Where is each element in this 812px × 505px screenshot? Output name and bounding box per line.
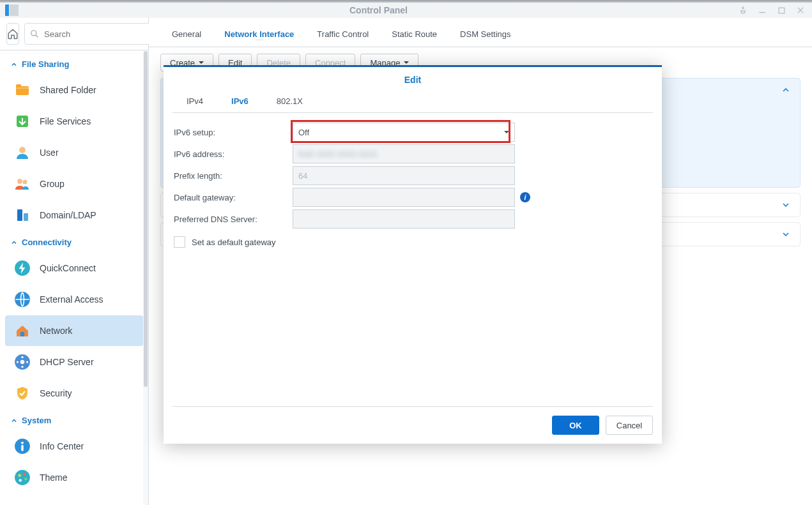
sidebar-item-group[interactable]: Group — [5, 169, 143, 199]
home-button[interactable] — [6, 23, 19, 45]
tab-traffic-control[interactable]: Traffic Control — [305, 23, 380, 47]
dialog-tab-ipv4[interactable]: IPv4 — [172, 90, 217, 112]
sidebar-group-file-sharing[interactable]: File Sharing — [0, 53, 148, 74]
svg-point-21 — [19, 474, 21, 477]
tab-network-interface[interactable]: Network Interface — [213, 23, 305, 47]
svg-point-16 — [21, 366, 23, 368]
svg-point-4 — [17, 179, 22, 184]
sidebar-item-label: QuickConnect — [40, 263, 96, 273]
dialog-title: Edit — [164, 67, 662, 90]
domain-ldap-icon — [14, 207, 31, 223]
sidebar-item-file-services[interactable]: File Services — [5, 106, 143, 137]
ipv6-setup-select[interactable]: Off — [293, 123, 515, 142]
sidebar-item-external-access[interactable]: External Access — [5, 284, 143, 315]
sidebar-item-label: Group — [40, 179, 65, 189]
sidebar-item-theme[interactable]: Theme — [5, 462, 143, 493]
window-minimize-icon[interactable] — [757, 5, 767, 15]
security-icon — [14, 385, 31, 402]
svg-point-20 — [15, 470, 30, 485]
svg-rect-7 — [24, 213, 28, 221]
theme-icon — [14, 469, 31, 486]
svg-rect-0 — [779, 8, 785, 13]
sidebar-scrollbar[interactable] — [143, 51, 148, 505]
window-title: Control Panel — [19, 3, 738, 18]
sidebar-item-domain-ldap[interactable]: Domain/LDAP — [5, 200, 143, 230]
ok-button[interactable]: OK — [552, 416, 599, 435]
sidebar-item-label: Security — [40, 388, 72, 398]
window-app-icon — [5, 4, 19, 16]
svg-point-14 — [26, 361, 28, 363]
tab-static-route[interactable]: Static Route — [380, 23, 448, 47]
sidebar-item-shared-folder[interactable]: Shared Folder — [5, 75, 143, 105]
dialog-tabs: IPv4 IPv6 802.1X — [172, 90, 653, 113]
sidebar-group-connectivity[interactable]: Connectivity — [0, 231, 148, 252]
titlebar: Control Panel — [0, 3, 812, 18]
svg-point-3 — [19, 147, 26, 153]
sidebar-item-user[interactable]: User — [5, 137, 143, 168]
search-input[interactable] — [24, 23, 158, 45]
sidebar-item-label: DHCP Server — [40, 357, 94, 367]
dns-server-field — [293, 209, 515, 229]
chevron-up-icon — [781, 85, 791, 95]
sidebar: File Sharing Shared Folder File Services… — [0, 18, 149, 505]
tab-dsm-settings[interactable]: DSM Settings — [448, 23, 522, 47]
window-maximize-icon[interactable] — [776, 5, 786, 15]
sidebar-item-label: User — [40, 147, 59, 158]
sidebar-group-system[interactable]: System — [0, 409, 148, 430]
dialog-tab-8021x[interactable]: 802.1X — [263, 90, 317, 112]
sidebar-item-quickconnect[interactable]: QuickConnect — [5, 253, 143, 283]
dhcp-icon — [14, 354, 31, 370]
svg-point-13 — [17, 361, 19, 363]
cancel-button[interactable]: Cancel — [606, 416, 653, 435]
dialog-tab-ipv6[interactable]: IPv6 — [217, 90, 263, 112]
chevron-down-icon — [781, 200, 791, 210]
sidebar-item-label: External Access — [40, 294, 103, 305]
chevron-up-icon — [10, 239, 18, 246]
edit-dialog: Edit IPv4 IPv6 802.1X IPv6 setup: Off IP… — [164, 65, 662, 444]
external-access-icon — [14, 291, 31, 308]
ipv6-address-field: fe80 0000 0000 0000 — [293, 144, 515, 163]
sidebar-item-info-center[interactable]: Info Center — [5, 431, 143, 462]
dns-server-label: Preferred DNS Server: — [174, 215, 293, 224]
sidebar-item-security[interactable]: Security — [5, 378, 143, 409]
caret-down-icon — [504, 131, 509, 136]
search-icon — [30, 29, 39, 38]
sidebar-item-label: Shared Folder — [40, 85, 96, 95]
window-pin-icon[interactable] — [738, 5, 748, 15]
file-services-icon — [14, 113, 31, 130]
quickconnect-icon — [14, 260, 31, 276]
svg-rect-6 — [17, 209, 22, 221]
main-tabs: General Network Interface Traffic Contro… — [149, 18, 812, 47]
svg-rect-10 — [20, 332, 24, 336]
chevron-up-icon — [10, 61, 18, 68]
info-center-icon — [14, 438, 31, 455]
info-icon[interactable]: i — [520, 192, 530, 202]
network-icon — [14, 322, 31, 339]
default-gateway-field — [293, 188, 515, 207]
user-icon — [14, 144, 31, 161]
sidebar-item-label: Info Center — [40, 441, 84, 451]
prefix-length-label: Prefix length: — [174, 171, 293, 181]
sidebar-item-dhcp-server[interactable]: DHCP Server — [5, 347, 143, 377]
sidebar-item-label: Domain/LDAP — [40, 210, 96, 220]
svg-point-15 — [21, 356, 23, 358]
sidebar-item-label: File Services — [40, 116, 91, 126]
window-close-icon[interactable] — [795, 5, 806, 15]
svg-point-24 — [19, 479, 22, 481]
tab-general[interactable]: General — [160, 23, 213, 47]
set-default-gateway-checkbox[interactable] — [174, 236, 185, 248]
svg-point-23 — [24, 478, 27, 480]
set-default-gateway-label: Set as default gateway — [192, 237, 276, 247]
sidebar-item-label: Theme — [40, 472, 68, 483]
group-icon — [14, 176, 31, 192]
home-icon — [7, 28, 19, 40]
sidebar-item-label: Network — [40, 326, 72, 336]
sidebar-item-network[interactable]: Network — [5, 315, 143, 346]
shared-folder-icon — [14, 82, 31, 98]
chevron-down-icon — [781, 229, 791, 239]
svg-point-5 — [23, 180, 27, 185]
svg-point-18 — [21, 442, 24, 444]
svg-point-1 — [31, 31, 36, 36]
svg-point-12 — [20, 360, 25, 365]
svg-point-22 — [23, 472, 26, 475]
